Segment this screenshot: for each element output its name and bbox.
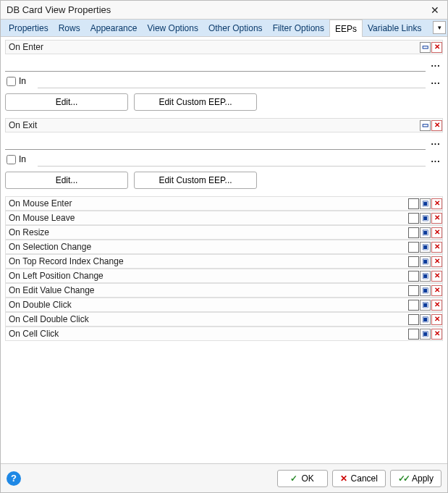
- on-enter-in-checkbox[interactable]: [7, 77, 16, 86]
- event-label: On Mouse Enter: [9, 198, 407, 208]
- event-label: On Edit Value Change: [9, 285, 407, 295]
- window-title: DB Card View Properties: [7, 4, 427, 15]
- event-row[interactable]: On Edit Value Change▣✕: [5, 283, 443, 298]
- tab-rows[interactable]: Rows: [54, 20, 85, 36]
- clear-icon[interactable]: ✕: [431, 256, 442, 267]
- clear-icon[interactable]: ✕: [431, 314, 442, 325]
- event-row[interactable]: On Cell Double Click▣✕: [5, 312, 443, 326]
- tab-filter-options[interactable]: Filter Options: [268, 20, 329, 36]
- event-row[interactable]: On Cell Click▣✕: [5, 326, 443, 341]
- checkbox-icon[interactable]: [408, 285, 419, 296]
- clear-icon[interactable]: ✕: [431, 285, 442, 296]
- event-label: On Selection Change: [9, 242, 407, 252]
- footer: ? ✓ OK ✕ Cancel ✓✓ Apply: [1, 463, 447, 492]
- content-area: On Enter ▭ ✕ ... In ... Edit... Edit Cus…: [1, 37, 447, 341]
- on-enter-in-ellipsis-button[interactable]: ...: [428, 75, 443, 87]
- on-enter-edit-button[interactable]: Edit...: [5, 93, 128, 111]
- tab-view-options[interactable]: View Options: [142, 20, 203, 36]
- titlebar: DB Card View Properties ✕: [1, 1, 447, 20]
- clear-icon[interactable]: ✕: [431, 120, 442, 131]
- event-row[interactable]: On Resize▣✕: [5, 225, 443, 240]
- on-enter-input[interactable]: [5, 56, 426, 72]
- checkbox-icon[interactable]: [408, 227, 419, 238]
- event-row[interactable]: On Mouse Leave▣✕: [5, 211, 443, 225]
- tab-other-options[interactable]: Other Options: [203, 20, 268, 36]
- on-enter-in-input[interactable]: [38, 74, 426, 88]
- clear-icon[interactable]: ✕: [431, 329, 442, 340]
- collapse-icon[interactable]: ▭: [420, 42, 431, 53]
- on-enter-label: On Enter: [9, 42, 419, 52]
- tab-bar: Properties Rows Appearance View Options …: [1, 20, 447, 37]
- on-exit-edit-button[interactable]: Edit...: [5, 172, 128, 189]
- on-exit-in-ellipsis-button[interactable]: ...: [428, 153, 443, 165]
- clear-icon[interactable]: ✕: [431, 300, 442, 311]
- event-label: On Double Click: [9, 300, 407, 310]
- checkbox-icon[interactable]: [408, 300, 419, 311]
- ok-label: OK: [301, 473, 313, 484]
- on-exit-ellipsis-button[interactable]: ...: [428, 136, 443, 148]
- expand-icon[interactable]: ▣: [420, 285, 431, 296]
- tab-appearance[interactable]: Appearance: [85, 20, 143, 36]
- event-label: On Left Position Change: [9, 271, 407, 281]
- x-icon: ✕: [340, 473, 347, 484]
- tab-variable-links[interactable]: Variable Links: [363, 20, 426, 36]
- event-label: On Top Record Index Change: [9, 256, 407, 266]
- double-check-icon: ✓✓: [398, 473, 408, 484]
- clear-icon[interactable]: ✕: [431, 242, 442, 253]
- cancel-label: Cancel: [351, 473, 378, 484]
- on-exit-edit-custom-button[interactable]: Edit Custom EEP...: [134, 172, 257, 189]
- expand-icon[interactable]: ▣: [420, 227, 431, 238]
- on-exit-in-input[interactable]: [38, 152, 426, 167]
- event-row[interactable]: On Double Click▣✕: [5, 298, 443, 312]
- expand-icon[interactable]: ▣: [420, 213, 431, 224]
- check-icon: ✓: [290, 473, 297, 484]
- event-row[interactable]: On Top Record Index Change▣✕: [5, 254, 443, 269]
- expand-icon[interactable]: ▣: [420, 256, 431, 267]
- on-enter-in-label: In: [19, 76, 35, 86]
- on-exit-in-label: In: [19, 154, 35, 164]
- tab-eeps[interactable]: EEPs: [329, 20, 363, 37]
- on-enter-ellipsis-button[interactable]: ...: [428, 58, 443, 69]
- events-list: On Mouse Enter▣✕On Mouse Leave▣✕On Resiz…: [5, 196, 443, 341]
- expand-icon[interactable]: ▣: [420, 271, 431, 282]
- event-label: On Cell Double Click: [9, 314, 407, 324]
- expand-icon[interactable]: ▣: [420, 314, 431, 325]
- checkbox-icon[interactable]: [408, 256, 419, 267]
- checkbox-icon[interactable]: [408, 271, 419, 282]
- ok-button[interactable]: ✓ OK: [277, 470, 328, 487]
- clear-icon[interactable]: ✕: [431, 213, 442, 224]
- checkbox-icon[interactable]: [408, 314, 419, 325]
- event-label: On Mouse Leave: [9, 213, 407, 223]
- event-label: On Cell Click: [9, 329, 407, 339]
- event-row[interactable]: On Selection Change▣✕: [5, 240, 443, 254]
- expand-icon[interactable]: ▣: [420, 198, 431, 209]
- tab-overflow-dropdown[interactable]: ▾: [433, 21, 446, 34]
- clear-icon[interactable]: ✕: [431, 198, 442, 209]
- checkbox-icon[interactable]: [408, 198, 419, 209]
- collapse-icon[interactable]: ▭: [420, 120, 431, 131]
- expand-icon[interactable]: ▣: [420, 300, 431, 311]
- apply-button[interactable]: ✓✓ Apply: [390, 470, 441, 487]
- cancel-button[interactable]: ✕ Cancel: [332, 470, 386, 487]
- on-exit-header: On Exit ▭ ✕: [5, 118, 443, 132]
- checkbox-icon[interactable]: [408, 213, 419, 224]
- event-row[interactable]: On Mouse Enter▣✕: [5, 196, 443, 211]
- checkbox-icon[interactable]: [408, 242, 419, 253]
- on-exit-input[interactable]: [5, 134, 426, 150]
- clear-icon[interactable]: ✕: [431, 227, 442, 238]
- on-exit-label: On Exit: [9, 120, 419, 130]
- apply-label: Apply: [412, 473, 434, 484]
- on-enter-edit-custom-button[interactable]: Edit Custom EEP...: [134, 93, 257, 111]
- event-row[interactable]: On Left Position Change▣✕: [5, 269, 443, 283]
- expand-icon[interactable]: ▣: [420, 329, 431, 340]
- close-icon[interactable]: ✕: [427, 2, 443, 18]
- tab-properties[interactable]: Properties: [4, 20, 54, 36]
- event-label: On Resize: [9, 227, 407, 237]
- on-enter-header: On Enter ▭ ✕: [5, 40, 443, 54]
- help-icon[interactable]: ?: [7, 471, 21, 486]
- on-exit-in-checkbox[interactable]: [7, 155, 16, 164]
- expand-icon[interactable]: ▣: [420, 242, 431, 253]
- clear-icon[interactable]: ✕: [431, 271, 442, 282]
- checkbox-icon[interactable]: [408, 329, 419, 340]
- clear-icon[interactable]: ✕: [431, 42, 442, 53]
